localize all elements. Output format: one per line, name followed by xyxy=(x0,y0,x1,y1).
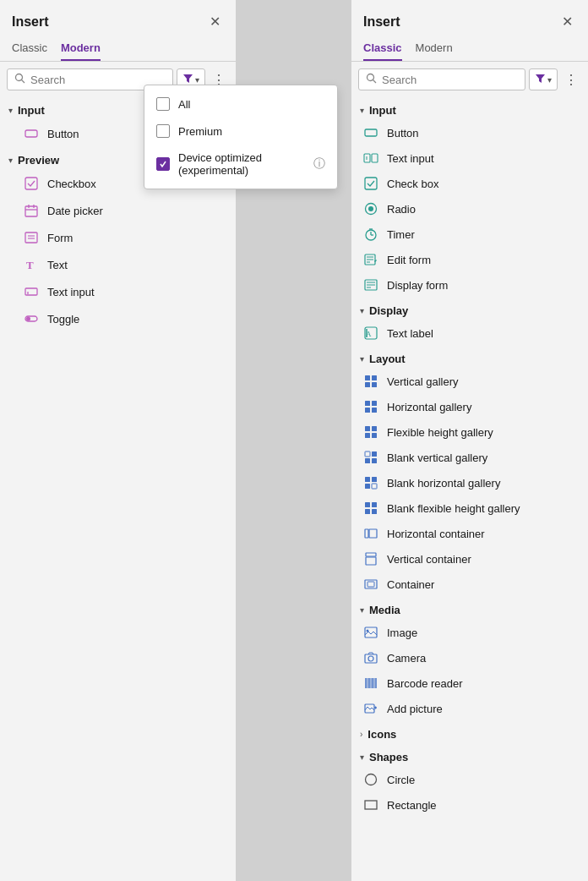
right-item-blank-horizontal-gallery[interactable]: Blank horizontal gallery xyxy=(351,470,588,495)
right-display-chevron-icon: ▾ xyxy=(360,306,364,315)
right-item-button[interactable]: Button xyxy=(351,120,588,145)
right-item-flexible-height-gallery[interactable]: Flexible height gallery xyxy=(351,419,588,445)
left-preview-section-label: Preview xyxy=(18,154,59,167)
svg-rect-3 xyxy=(25,130,37,137)
right-text-label-label: Text label xyxy=(387,327,433,340)
right-edit-form-icon xyxy=(363,252,378,267)
right-item-radio[interactable]: Radio xyxy=(351,196,588,222)
right-section-display[interactable]: ▾ Display xyxy=(351,298,588,320)
right-item-check-box[interactable]: Check box xyxy=(351,171,588,196)
right-rectangle-label: Rectangle xyxy=(387,799,437,812)
dropdown-premium-checkbox[interactable] xyxy=(156,124,170,138)
svg-rect-62 xyxy=(372,502,377,507)
right-more-options-button[interactable]: ⋮ xyxy=(561,70,581,90)
right-section-shapes[interactable]: ▾ Shapes xyxy=(351,744,588,767)
right-panel-title: Insert xyxy=(363,14,400,30)
left-item-date-picker[interactable]: Date picker xyxy=(0,197,236,224)
svg-rect-46 xyxy=(372,401,377,406)
right-blank-horizontal-gallery-icon xyxy=(363,475,378,490)
right-section-layout[interactable]: ▾ Layout xyxy=(351,346,588,369)
svg-line-18 xyxy=(373,80,377,84)
toggle-icon xyxy=(24,311,39,326)
left-tab-classic[interactable]: Classic xyxy=(12,36,47,61)
right-close-button[interactable]: ✕ xyxy=(558,12,576,31)
dropdown-item-all[interactable]: All xyxy=(144,90,337,118)
right-item-camera[interactable]: Camera xyxy=(351,645,588,670)
right-item-circle[interactable]: Circle xyxy=(351,767,588,792)
left-item-text-input[interactable]: Text input xyxy=(0,278,236,305)
right-item-edit-form[interactable]: Edit form xyxy=(351,247,588,272)
left-tab-modern[interactable]: Modern xyxy=(61,36,101,61)
right-item-container[interactable]: Container xyxy=(351,572,588,597)
right-item-rectangle[interactable]: Rectangle xyxy=(351,792,588,818)
right-horizontal-container-label: Horizontal container xyxy=(387,528,485,540)
right-item-blank-vertical-gallery[interactable]: Blank vertical gallery xyxy=(351,445,588,470)
right-search-icon xyxy=(366,73,377,86)
right-section-input[interactable]: ▾ Input xyxy=(351,97,588,120)
svg-rect-20 xyxy=(365,129,377,136)
svg-rect-45 xyxy=(365,401,370,406)
filter-dropdown: All Premium Device optimized (experiment… xyxy=(144,85,338,189)
right-add-picture-icon xyxy=(363,701,378,716)
left-date-picker-label: Date picker xyxy=(47,205,103,217)
left-preview-chevron-icon: ▾ xyxy=(8,156,13,165)
right-item-horizontal-container[interactable]: Horizontal container xyxy=(351,521,588,546)
right-item-horizontal-gallery[interactable]: Horizontal gallery xyxy=(351,394,588,419)
svg-rect-13 xyxy=(25,288,37,295)
svg-point-85 xyxy=(366,774,377,785)
text-input-icon xyxy=(24,284,39,299)
right-filter-button[interactable]: ▾ xyxy=(529,68,558,90)
left-item-toggle[interactable]: Toggle xyxy=(0,305,236,332)
right-display-form-icon xyxy=(363,277,378,293)
right-flexible-height-gallery-label: Flexible height gallery xyxy=(387,426,493,439)
right-vertical-container-label: Vertical container xyxy=(387,553,471,566)
right-vertical-gallery-icon xyxy=(363,374,378,389)
right-tab-classic[interactable]: Classic xyxy=(363,36,402,61)
dropdown-device-optimized-checkbox[interactable] xyxy=(156,157,170,171)
right-item-add-picture[interactable]: Add picture xyxy=(351,696,588,721)
right-item-vertical-container[interactable]: Vertical container xyxy=(351,546,588,572)
svg-rect-42 xyxy=(372,375,377,380)
right-media-section-label: Media xyxy=(369,604,400,616)
left-search-icon xyxy=(14,73,25,86)
date-picker-icon xyxy=(24,203,39,218)
left-item-text[interactable]: T Text xyxy=(0,251,236,278)
svg-rect-59 xyxy=(365,484,370,489)
right-circle-label: Circle xyxy=(387,774,415,786)
right-item-image[interactable]: Image xyxy=(351,620,588,645)
dropdown-all-checkbox[interactable] xyxy=(156,97,170,111)
svg-rect-54 xyxy=(372,451,377,457)
right-search-input[interactable] xyxy=(382,74,518,86)
svg-rect-57 xyxy=(365,477,370,482)
right-item-text-label[interactable]: A Text label xyxy=(351,320,588,346)
left-close-button[interactable]: ✕ xyxy=(206,12,224,31)
right-item-text-input[interactable]: Text input xyxy=(351,145,588,171)
dropdown-item-premium[interactable]: Premium xyxy=(144,118,337,145)
svg-rect-56 xyxy=(372,458,377,463)
svg-point-72 xyxy=(367,630,369,632)
right-item-vertical-gallery[interactable]: Vertical gallery xyxy=(351,369,588,394)
right-add-picture-label: Add picture xyxy=(387,703,443,715)
right-display-section-label: Display xyxy=(369,304,408,317)
right-text-label-icon: A xyxy=(363,326,378,341)
right-blank-flexible-height-gallery-icon xyxy=(363,501,378,516)
left-tabs: Classic Modern xyxy=(0,36,236,62)
right-item-barcode-reader[interactable]: Barcode reader xyxy=(351,670,588,696)
svg-rect-58 xyxy=(372,477,377,482)
dropdown-device-optimized-label: Device optimized (experimental) xyxy=(178,151,305,177)
right-item-blank-flexible-height-gallery[interactable]: Blank flexible height gallery xyxy=(351,495,588,521)
right-filter-icon xyxy=(535,73,546,86)
right-section-media[interactable]: ▾ Media xyxy=(351,597,588,620)
right-image-label: Image xyxy=(387,627,417,639)
right-image-icon xyxy=(363,625,378,640)
left-item-form[interactable]: Form xyxy=(0,224,236,251)
right-item-display-form[interactable]: Display form xyxy=(351,272,588,298)
svg-rect-64 xyxy=(372,509,377,514)
right-layout-section-label: Layout xyxy=(369,353,406,365)
right-item-timer[interactable]: Timer xyxy=(351,222,588,247)
dropdown-item-device-optimized[interactable]: Device optimized (experimental) ⓘ xyxy=(144,145,337,183)
right-section-icons[interactable]: › Icons xyxy=(351,721,588,744)
svg-text:T: T xyxy=(26,259,34,271)
right-tab-modern[interactable]: Modern xyxy=(416,36,453,61)
left-text-input-label: Text input xyxy=(47,286,95,298)
